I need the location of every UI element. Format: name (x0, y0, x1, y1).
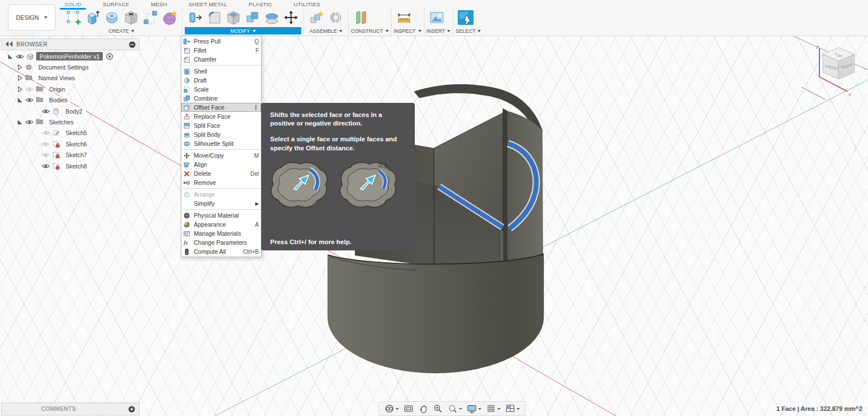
menu-item-chamfer[interactable]: Chamfer (181, 55, 261, 64)
visibility-eye-icon[interactable] (41, 108, 50, 115)
shell-tool-icon[interactable] (225, 9, 242, 26)
collapse-panel-icon[interactable] (5, 41, 14, 48)
browser-row-sketch6[interactable]: Sketch6 (1, 138, 154, 149)
browser-row-origin[interactable]: Origin (1, 84, 154, 94)
menu-item-manage-materials[interactable]: Manage Materials (181, 229, 261, 238)
sketch-edit-icon (52, 129, 60, 137)
browser-panel-header[interactable]: BROWSER (1, 38, 140, 50)
dropdown-caret-icon[interactable] (396, 408, 399, 410)
menu-item-offset-face[interactable]: Offset Face⋮ (181, 103, 261, 112)
press-pull-tool-icon[interactable] (186, 9, 203, 26)
group-label-modify[interactable]: MODIFY (185, 27, 301, 34)
joint-icon[interactable] (327, 9, 344, 26)
group-label-create[interactable]: CREATE (63, 27, 180, 34)
form-icon[interactable] (161, 9, 178, 26)
extrude-icon[interactable] (84, 9, 101, 26)
browser-row-sketch5[interactable]: Sketch5 (1, 128, 154, 138)
menu-item-compute-all[interactable]: Compute AllCtrl+B (181, 247, 261, 256)
collapse-all-icon[interactable] (128, 41, 136, 49)
visibility-eye-icon[interactable] (25, 97, 34, 103)
expander-collapsed-icon[interactable] (16, 64, 24, 71)
visibility-eye-icon[interactable] (41, 141, 50, 148)
dropdown-caret-icon[interactable] (459, 408, 462, 410)
nav-fit-button[interactable] (445, 402, 465, 415)
revolve-icon[interactable] (103, 9, 120, 26)
nav-viewports-button[interactable] (503, 402, 522, 415)
menu-item-remove[interactable]: Remove (181, 178, 261, 187)
browser-row-bodies[interactable]: Bodies (1, 95, 154, 106)
expander-expanded-icon[interactable] (16, 119, 24, 125)
expander-expanded-icon[interactable] (7, 53, 14, 60)
menu-item-split-face[interactable]: Split Face (181, 121, 261, 130)
create-sketch-icon[interactable] (65, 9, 82, 26)
menu-item-fillet[interactable]: FilletF (181, 46, 261, 55)
nav-display-settings-button[interactable] (465, 402, 484, 415)
visibility-eye-icon[interactable] (25, 119, 34, 125)
visibility-eye-icon[interactable] (41, 151, 50, 158)
expander-collapsed-icon[interactable] (16, 86, 24, 93)
measure-icon[interactable] (396, 9, 413, 26)
expander-expanded-icon[interactable] (16, 97, 24, 103)
design-menu-button[interactable]: DESIGN (8, 5, 55, 31)
menu-item-split-body[interactable]: Split Body (181, 130, 261, 139)
fillet-tool-icon[interactable] (206, 9, 223, 26)
comments-panel-bar[interactable]: COMMENTS (1, 402, 140, 415)
browser-row-sketches[interactable]: Sketches (1, 116, 154, 127)
visibility-eye-icon[interactable] (15, 53, 24, 60)
new-component-icon[interactable] (308, 9, 325, 26)
menu-item-change-parameters[interactable]: fxChange Parameters (181, 238, 261, 247)
menu-item-shell[interactable]: Shell (181, 67, 261, 76)
menu-item-delete[interactable]: DeleteDel (181, 169, 261, 178)
visibility-eye-icon[interactable] (41, 129, 50, 136)
overflow-dots-icon[interactable]: ⋮ (248, 104, 259, 111)
menu-item-label: Chamfer (194, 56, 216, 63)
visibility-eye-icon[interactable] (41, 163, 50, 170)
menu-item-scale[interactable]: Scale (181, 85, 261, 94)
menu-item-draft[interactable]: Draft (181, 76, 261, 85)
browser-row-sketch8[interactable]: Sketch8 (1, 161, 154, 171)
browser-row-pokemonpenholder-v1[interactable]: PokemonPenholder v1 (1, 51, 154, 62)
nav-orbit-button[interactable] (382, 402, 401, 415)
dropdown-caret-icon[interactable] (497, 408, 501, 410)
browser-row-named-views[interactable]: Named Views (1, 73, 154, 84)
browser-row-document-settings[interactable]: Document Settings (1, 62, 154, 72)
menu-item-align[interactable]: Align (181, 160, 261, 169)
menu-item-replace-face[interactable]: Replace Face (181, 112, 261, 121)
menu-item-arrange[interactable]: Arrange (181, 190, 261, 199)
viewcube[interactable]: TOP FRONT RIGHT Z X (801, 45, 854, 99)
dropdown-caret-icon[interactable] (517, 408, 520, 410)
pattern-icon[interactable] (142, 9, 159, 26)
add-comment-icon[interactable] (128, 405, 136, 413)
group-label-insert[interactable]: INSERT (427, 27, 451, 34)
group-label-assemble[interactable]: ASSEMBLE (306, 27, 346, 34)
nav-pan-button[interactable] (416, 402, 431, 415)
model-lower-cylinder[interactable] (328, 254, 544, 373)
nav-grid-display-button[interactable] (484, 402, 503, 415)
split-tool-icon[interactable] (263, 9, 280, 26)
move-tool-icon[interactable] (283, 9, 300, 26)
expander-collapsed-icon[interactable] (16, 75, 24, 81)
insert-image-icon[interactable] (428, 9, 445, 26)
group-label-select[interactable]: SELECT (455, 27, 481, 34)
group-label-construct[interactable]: CONSTRUCT (351, 27, 389, 34)
browser-row-sketch7[interactable]: Sketch7 (1, 150, 154, 161)
dropdown-caret-icon[interactable] (478, 408, 481, 410)
menu-item-move-copy[interactable]: Move/CopyM (181, 151, 261, 160)
menu-item-press-pull[interactable]: Press PullQ (181, 37, 261, 46)
draft-icon (183, 77, 191, 84)
menu-item-simplify[interactable]: Simplify▶ (181, 199, 261, 208)
nav-zoom-button[interactable] (431, 402, 445, 415)
menu-item-physical-material[interactable]: Physical Material (181, 211, 261, 220)
menu-item-silhouette-split[interactable]: Silhouette Split (181, 139, 261, 148)
menu-item-appearance[interactable]: AppearanceA (181, 220, 261, 229)
browser-row-body2[interactable]: Body2 (1, 106, 154, 116)
hole-icon[interactable] (123, 9, 140, 26)
select-tool-icon[interactable] (457, 9, 474, 26)
nav-look-at-button[interactable] (401, 402, 416, 415)
visibility-eye-icon[interactable] (25, 86, 34, 93)
construct-plane-icon[interactable] (353, 9, 370, 26)
group-label-inspect[interactable]: INSPECT (394, 27, 422, 34)
combine-tool-icon[interactable] (244, 9, 261, 26)
activate-radio-icon[interactable] (106, 53, 114, 60)
menu-item-combine[interactable]: Combine (181, 94, 261, 103)
